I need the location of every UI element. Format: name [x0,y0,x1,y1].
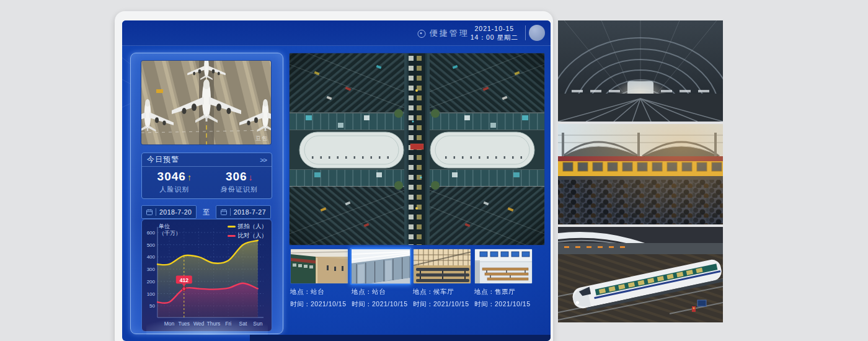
svg-text:Mon: Mon [164,321,175,327]
left-stats-panel: 豆包 今日预警 >> 3046↑ 人脸识别 306↓ 身份证识别 [130,53,283,334]
thumb-location: 地点：候车厅 [413,287,471,296]
svg-text:200: 200 [147,279,156,285]
svg-text:50: 50 [149,303,155,309]
svg-text:Fri: Fri [225,321,231,327]
app-logo-icon [418,30,426,38]
station-hub-aerial-photo [290,53,544,245]
trend-down-icon: ↓ [249,172,253,182]
svg-text:412: 412 [180,277,188,283]
high-speed-train-photo [558,227,723,322]
thumb-location: 地点：站台 [290,287,348,296]
thumb-time: 时间：2021/10/15 [474,299,533,309]
camera-thumbnail-3[interactable]: 地点：候车厅 时间：2021/10/15 [413,249,471,309]
thumb-location: 地点：站台 [352,287,410,296]
warning-panel-title: 今日预警 [147,154,179,165]
svg-text:100: 100 [147,291,156,297]
svg-text:Tues: Tues [179,321,190,327]
top-header-bar: 便捷管理 2021-10-15 14：00 星期二 [122,20,551,46]
svg-text:Wed: Wed [193,321,205,327]
svg-text:300: 300 [147,267,156,272]
chart-legend: 抓拍（人） 比对（人） [228,223,268,241]
thumb-time: 时间：2021/10/15 [352,299,410,309]
warning-trend-chart: 单位 （千万） 抓拍（人） 比对（人） 60050040030020010050… [141,219,272,332]
ticket-hall-photo [475,249,533,284]
airport-apron-photo [141,61,271,144]
page-title: 便捷管理 [418,28,469,39]
user-avatar[interactable] [529,25,545,41]
legend-swatch-capture [228,226,236,228]
current-time-week: 14：00 星期二 [471,33,518,42]
trend-up-icon: ↑ [187,172,192,182]
thumb-location: 地点：售票厅 [474,287,533,296]
calendar-icon [221,209,227,215]
svg-text:400: 400 [147,254,156,260]
dashboard: 便捷管理 2021-10-15 14：00 星期二 [122,20,551,341]
date-range-row: 2018-7-20 至 2018-7-27 [141,205,271,219]
svg-text:600: 600 [147,230,156,236]
right-photo-column [558,20,723,325]
image-watermark: 豆包 [255,135,268,143]
start-date-picker[interactable]: 2018-7-20 [141,205,197,219]
chart-unit-label: 单位 （千万） [159,223,181,237]
camera-thumbnail-2[interactable]: 地点：站台 时间：2021/10/15 [352,249,410,309]
svg-text:Sun: Sun [253,321,262,327]
camera-thumbnail-4[interactable]: 地点：售票厅 时间：2021/10/15 [474,249,533,309]
svg-text:500: 500 [147,242,156,248]
svg-text:Sat: Sat [239,321,247,327]
main-surveillance-feed[interactable] [290,53,544,245]
end-date-picker[interactable]: 2018-7-27 [216,205,271,219]
airport-apron-feed[interactable]: 豆包 [141,61,271,144]
datetime-display: 2021-10-15 14：00 星期二 [471,24,518,42]
bottom-status-bar [250,335,551,341]
thumb-time: 时间：2021/10/15 [413,299,471,309]
screen-doors-photo [352,249,412,285]
warning-stat: 3046↑ 人脸识别 [142,167,207,198]
calendar-icon [146,209,153,215]
thumb-time: 时间：2021/10/15 [290,299,348,309]
camera-thumbnail-1[interactable]: 地点：站台 时间：2021/10/15 [290,249,348,309]
platform-train-photo [291,249,348,284]
legend-swatch-compare [228,235,236,237]
camera-thumbnail-strip: 地点：站台 时间：2021/10/15 [290,249,546,309]
header-divider [525,25,526,40]
station-hall-photo [558,20,723,122]
current-date: 2021-10-15 [471,24,518,33]
warning-stat: 306↓ 身份证识别 [207,167,272,198]
warning-more-link[interactable]: >> [260,156,267,164]
svg-text:Thurs: Thurs [207,321,221,327]
date-range-separator: 至 [203,208,210,217]
today-warning-panel: 今日预警 >> 3046↑ 人脸识别 306↓ 身份证识别 [141,153,272,199]
crowded-platform-photo [558,124,723,224]
waiting-hall-photo [414,249,471,284]
page-title-text: 便捷管理 [430,28,469,39]
